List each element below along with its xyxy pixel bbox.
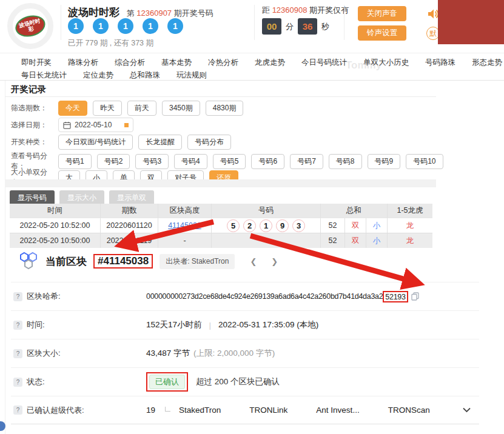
cell-dragon: 龙	[388, 233, 432, 248]
nav-item[interactable]: 综合分析	[115, 58, 145, 68]
rep-link[interactable]: TRONScan	[388, 406, 430, 415]
time-separator: |	[209, 321, 212, 330]
block-height-link[interactable]: 41145038	[168, 221, 201, 230]
nav-item[interactable]: 今日号码统计	[301, 58, 347, 68]
next-issue-number: 12360908	[272, 5, 307, 15]
detail-row-representatives: ? 已确认超级代表: 19 StakedTron TRONLink Ant In…	[11, 396, 479, 424]
reps-label: 已确认超级代表:	[27, 405, 84, 416]
filter-chip-num5[interactable]: 号码5	[213, 154, 246, 169]
page-header: 波场时时彩 波场时时彩 第 12360907 期开奖号码 1 1 1 1 1 已…	[0, 0, 504, 53]
help-icon[interactable]: ?	[13, 321, 22, 330]
filter-chip-num7[interactable]: 号码7	[290, 154, 323, 169]
rep-link[interactable]: Ant Invest...	[316, 406, 359, 415]
nav-item[interactable]: 路珠分析	[68, 58, 98, 68]
nav-item[interactable]: 总和路珠	[130, 70, 160, 81]
filter-chip-streak-alert[interactable]: 长龙提醒	[138, 135, 182, 150]
chevron-down-icon[interactable]	[463, 407, 471, 413]
filter-row-date: 选择日期： 2022-05-10	[11, 118, 133, 132]
lottery-name: 波场时时彩	[68, 7, 119, 18]
date-picker[interactable]: 2022-05-10	[58, 118, 133, 132]
number-ball: 1	[260, 219, 272, 232]
nav-item[interactable]: 形态走势	[472, 58, 502, 68]
rep-link[interactable]: TRONLink	[249, 406, 287, 415]
drawn-numbers: 5 2 1 9 3	[227, 219, 305, 232]
result-ball: 1	[167, 18, 183, 34]
countdown-prefix: 距	[262, 5, 270, 15]
status-badge: 已确认	[149, 375, 185, 389]
filter-chip-yesterday[interactable]: 昨天	[93, 101, 122, 116]
cell-parity: 双	[345, 233, 366, 248]
records-title-divider	[5, 96, 436, 97]
nav-item[interactable]: 龙虎走势	[255, 58, 285, 68]
table-row: 2022-05-20 10:52:00 20220601120 41145038…	[10, 218, 432, 233]
cell-size: 小	[366, 233, 388, 248]
filter-chip-4830[interactable]: 4830期	[206, 101, 244, 116]
col-header-dragon: 1-5龙虎	[388, 204, 432, 218]
filter-row-types: 开奖种类： 今日双面/号码统计 长龙提醒 号码分布	[11, 135, 231, 150]
block-hash-value: 000000000273d2ce68de4c924e269139a6ad6a4c…	[146, 292, 383, 301]
countdown-seconds: 36	[298, 18, 317, 35]
filter-chip-num3[interactable]: 号码3	[135, 154, 169, 169]
help-icon[interactable]: ?	[13, 292, 22, 301]
filter-chip-num9[interactable]: 号码9	[368, 154, 401, 169]
col-header-time: 时间	[10, 204, 101, 218]
block-size-limit: (上限: 2,000,000 字节)	[193, 348, 275, 359]
nav-item[interactable]: 即时开奖	[21, 58, 52, 68]
result-ball: 1	[93, 18, 109, 34]
help-icon[interactable]: ?	[13, 349, 22, 358]
filter-chip-daybefore[interactable]: 前天	[127, 101, 156, 116]
help-icon[interactable]: ?	[13, 378, 22, 387]
nav-item[interactable]: 基本走势	[161, 58, 192, 68]
countdown-suffix: 期开奖仅有	[309, 5, 349, 15]
current-block-title: 当前区块	[45, 255, 87, 269]
date-value: 2022-05-10	[75, 121, 112, 129]
filter-chip-num1[interactable]: 号码1	[58, 154, 92, 169]
hash-label: 区块哈希:	[27, 291, 61, 302]
filter-chip-today[interactable]: 今天	[58, 101, 87, 116]
filter-chip-twoface-stats[interactable]: 今日双面/号码统计	[58, 135, 133, 150]
ringtone-settings-button[interactable]: 铃声设置	[358, 25, 406, 41]
cell-sum: 52	[321, 218, 345, 233]
annotation-box-status: 已确认	[146, 372, 188, 392]
number-ball: 5	[227, 219, 240, 232]
next-block-button[interactable]: ❯	[271, 257, 278, 266]
filter-chip-num8[interactable]: 号码8	[329, 154, 362, 169]
nav-item[interactable]: 定位走势	[83, 70, 113, 81]
nav-item[interactable]: 玩法规则	[176, 70, 207, 81]
date-picker-marker	[124, 123, 129, 127]
results-table: 时间 期数 区块高度 号码 总和 1-5龙虎 2022-05-20 10:52:…	[10, 204, 432, 248]
watermark: Tommy	[346, 59, 381, 72]
seconds-label: 秒	[321, 21, 329, 32]
mute-sound-button[interactable]: 关闭声音	[358, 6, 406, 21]
block-producer-tag[interactable]: 出块者: StakedTron	[160, 254, 235, 269]
filter-chip-num6[interactable]: 号码6	[251, 154, 284, 169]
nav-item[interactable]: 每日长龙统计	[21, 70, 67, 81]
help-icon[interactable]: ?	[13, 406, 22, 415]
countdown-minutes: 00	[262, 18, 281, 35]
size-label: 区块大小:	[27, 348, 61, 359]
filter-chip-3450[interactable]: 3450期	[162, 101, 200, 116]
cell-parity: 双	[345, 218, 366, 233]
copy-icon[interactable]	[411, 292, 419, 301]
speaker-icon[interactable]	[427, 8, 439, 22]
result-ball: 1	[118, 18, 133, 34]
rep-link[interactable]: StakedTron	[179, 406, 221, 415]
block-hash-highlight: 52193	[385, 293, 406, 301]
minutes-label: 分	[286, 21, 294, 32]
filter-chip-num10[interactable]: 号码10	[406, 154, 443, 169]
filter-chip-num4[interactable]: 号码4	[174, 154, 207, 169]
result-balls: 1 1 1 1 1	[68, 18, 183, 34]
time-absolute: 2022-05-31 17:35:09 (本地)	[218, 319, 318, 330]
header-divider	[344, 5, 344, 40]
table-row: 2022-05-20 10:50:00 20220601119 - 52 双 小…	[10, 233, 432, 248]
filter-label: 选择日期：	[11, 120, 58, 130]
status-label: 状态:	[27, 376, 45, 387]
prev-block-button[interactable]: ❮	[250, 257, 257, 266]
filter-chip-num2[interactable]: 号码2	[97, 154, 130, 169]
banner-red-block	[438, 0, 504, 44]
nav-item[interactable]: 冷热分析	[208, 58, 238, 68]
main-nav: 即时开奖 路珠分析 综合分析 基本走势 冷热分析 龙虎走势 今日号码统计 单双大…	[0, 54, 504, 81]
filter-chip-number-dist[interactable]: 号码分布	[187, 135, 231, 150]
nav-item[interactable]: 号码路珠	[425, 58, 455, 68]
current-block-header: 当前区块 #41145038 出块者: StakedTron ❮ ❯	[18, 252, 278, 271]
